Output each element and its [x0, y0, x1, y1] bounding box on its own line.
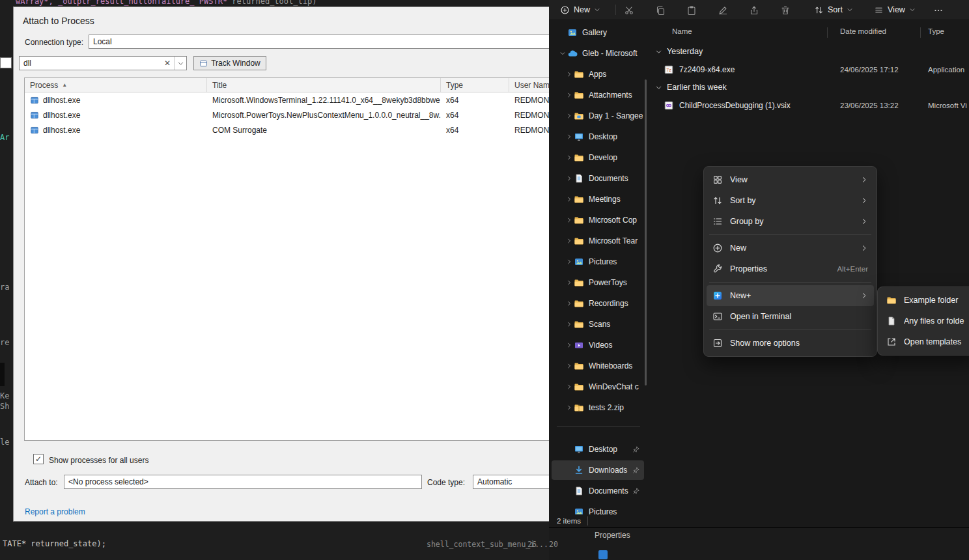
filter-dropdown-icon[interactable] — [175, 60, 186, 67]
sort-button[interactable]: Sort — [808, 1, 859, 18]
sidebar-item-meetings[interactable]: Meetings — [552, 189, 644, 209]
chevron-right-icon[interactable] — [565, 279, 574, 286]
view-button[interactable]: View — [868, 1, 921, 18]
file-row-vsix[interactable]: ChildProcessDebugging (1).vsix — [664, 97, 791, 114]
column-separator[interactable] — [920, 27, 921, 38]
attach-to-input[interactable]: <No process selected> — [64, 475, 422, 489]
sidebar-item-powertoys[interactable]: PowerToys — [552, 273, 644, 292]
context-menu-group-by[interactable]: Group by — [707, 211, 874, 232]
sidebar-item-day1[interactable]: Day 1 - Sangee — [552, 106, 644, 126]
file-name: ChildProcessDebugging (1).vsix — [679, 101, 791, 110]
submenu-any-files[interactable]: Any files or folde — [880, 311, 969, 331]
process-row[interactable]: dllhost.exe COM Surrogate x64 REDMOND — [25, 122, 564, 137]
sidebar-item-scans[interactable]: Scans — [552, 315, 644, 334]
folder-icon — [574, 69, 584, 79]
context-menu-new-plus[interactable]: New+ — [707, 285, 874, 306]
context-menu-new[interactable]: New — [707, 238, 874, 259]
sidebar-item-whiteboards[interactable]: Whiteboards — [552, 356, 644, 376]
sidebar-item-apps[interactable]: Apps — [552, 64, 644, 84]
track-window-button[interactable]: Track Window — [193, 56, 266, 70]
track-window-icon — [199, 59, 208, 68]
column-header-type[interactable]: Type — [441, 78, 509, 92]
process-row[interactable]: dllhost.exe Microsoft.WindowsTerminal_1.… — [25, 92, 564, 107]
chevron-right-icon[interactable] — [565, 342, 574, 348]
clear-filter-icon[interactable]: ✕ — [161, 59, 174, 68]
chevron-right-icon[interactable] — [565, 154, 574, 161]
chevron-right-icon[interactable] — [565, 404, 574, 411]
delete-button[interactable] — [777, 2, 794, 19]
sidebar-item-recordings[interactable]: Recordings — [552, 294, 644, 313]
menu-separator — [709, 234, 871, 235]
folder-icon — [574, 90, 584, 100]
column-header-process[interactable]: Process▲ — [25, 78, 207, 92]
chevron-right-icon[interactable] — [565, 363, 574, 369]
nav-scrollbar[interactable] — [645, 79, 647, 385]
process-row[interactable]: dllhost.exe Microsoft.PowerToys.NewPlusC… — [25, 107, 564, 122]
connection-type-dropdown[interactable]: Local — [89, 35, 564, 49]
group-header-earlier-this-week[interactable]: Earlier this week — [655, 80, 727, 94]
chevron-right-icon[interactable] — [565, 300, 574, 307]
context-menu-sort-by[interactable]: Sort by — [707, 190, 874, 211]
sidebar-item-gallery[interactable]: Gallery — [552, 23, 644, 42]
sidebar-item-videos[interactable]: Videos — [552, 335, 644, 355]
sidebar-item-microsoft-cop[interactable]: Microsoft Cop — [552, 210, 644, 230]
chevron-right-icon[interactable] — [565, 113, 574, 119]
new-button[interactable]: New — [554, 1, 606, 18]
sidebar-item-onedrive[interactable]: Gleb - Microsoft — [552, 44, 644, 63]
context-menu-view[interactable]: View — [707, 169, 874, 190]
menu-item-label: Open templates — [904, 337, 967, 346]
sidebar-item-documents[interactable]: Documents — [552, 169, 644, 188]
rename-button[interactable] — [714, 2, 731, 19]
column-header-name[interactable]: Name — [672, 27, 692, 35]
sidebar-item-microsoft-tear[interactable]: Microsoft Tear — [552, 231, 644, 251]
chevron-right-icon[interactable] — [565, 259, 574, 265]
sidebar-pinned-documents[interactable]: Documents — [552, 481, 644, 501]
chevron-right-icon[interactable] — [565, 321, 574, 328]
chevron-right-icon[interactable] — [565, 133, 574, 140]
document-icon — [574, 486, 584, 496]
code-type-label: Code type: — [427, 478, 465, 487]
more-options-box-icon — [712, 338, 723, 348]
sidebar-pinned-pictures[interactable]: Pictures — [552, 502, 644, 514]
process-title: Microsoft.PowerToys.NewPlusContextMenu_1… — [212, 111, 441, 120]
column-separator[interactable] — [827, 27, 828, 38]
sidebar-pinned-downloads[interactable]: Downloads — [552, 460, 644, 480]
file-row-7z[interactable]: 7z2409-x64.exe — [664, 61, 735, 78]
chevron-right-icon[interactable] — [565, 196, 574, 203]
chevron-right-icon[interactable] — [565, 71, 574, 77]
column-header-title[interactable]: Title — [207, 78, 441, 92]
share-button[interactable] — [746, 2, 763, 19]
submenu-example-folder[interactable]: Example folder — [880, 290, 969, 311]
sidebar-item-pictures[interactable]: Pictures — [552, 252, 644, 272]
connection-type-label: Connection type: — [25, 38, 83, 47]
sidebar-item-tests-zip[interactable]: tests 2.zip — [552, 398, 644, 417]
sidebar-item-develop[interactable]: Develop — [552, 148, 644, 167]
group-header-yesterday[interactable]: Yesterday — [655, 44, 703, 59]
chevron-right-icon[interactable] — [565, 384, 574, 390]
file-name: 7z2409-x64.exe — [679, 65, 735, 74]
submenu-open-templates[interactable]: Open templates — [880, 331, 969, 352]
more-options-button[interactable] — [930, 2, 947, 19]
show-all-users-checkbox[interactable]: ✓ — [33, 454, 44, 464]
sidebar-item-attachments[interactable]: Attachments — [552, 85, 644, 105]
chevron-right-icon[interactable] — [565, 238, 574, 244]
context-menu-properties[interactable]: Properties Alt+Enter — [707, 259, 874, 279]
sidebar-item-desktop[interactable]: Desktop — [552, 127, 644, 147]
copy-button[interactable] — [652, 2, 669, 19]
chevron-down-icon[interactable] — [558, 50, 567, 57]
cut-button[interactable] — [621, 2, 638, 19]
sidebar-item-windevchat[interactable]: WinDevChat c — [552, 377, 644, 397]
chevron-right-icon[interactable] — [565, 92, 574, 98]
column-header-date-modified[interactable]: Date modified — [840, 27, 886, 35]
new-plus-icon — [712, 290, 723, 301]
chevron-right-icon[interactable] — [565, 175, 574, 182]
context-menu-show-more-options[interactable]: Show more options — [707, 333, 874, 354]
paste-button[interactable] — [683, 2, 700, 19]
sidebar-pinned-desktop[interactable]: Desktop — [552, 440, 644, 459]
context-menu-open-in-terminal[interactable]: Open in Terminal — [707, 306, 874, 327]
report-problem-link[interactable]: Report a problem — [25, 507, 85, 516]
chevron-right-icon[interactable] — [565, 217, 574, 223]
process-filter-combobox[interactable]: dll ✕ — [19, 56, 187, 70]
column-header-type[interactable]: Type — [928, 27, 944, 35]
sort-arrows-icon — [814, 5, 824, 15]
